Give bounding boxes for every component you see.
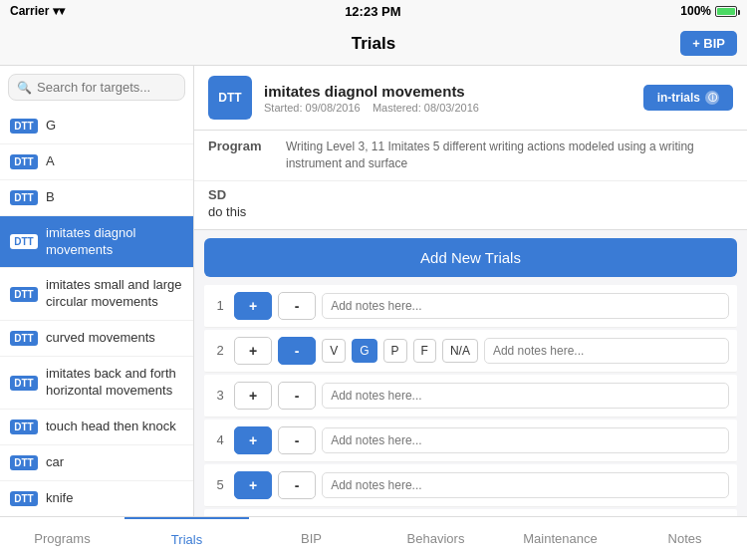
sd-text: do this — [208, 204, 733, 219]
dtt-badge-5: DTT — [10, 331, 38, 346]
in-trials-badge[interactable]: in-trials ⓘ — [643, 85, 733, 111]
program-row: Program Writing Level 3, 11 Imitates 5 d… — [194, 131, 747, 181]
prompt-btn-1-N/A[interactable]: N/A — [442, 339, 478, 363]
dtt-badge-6: DTT — [10, 376, 38, 391]
search-box[interactable]: 🔍 — [8, 74, 185, 101]
dtt-badge-3: DTT — [10, 234, 38, 249]
sidebar-item-label-1: A — [46, 153, 55, 170]
dtt-badge-7: DTT — [10, 420, 38, 434]
minus-btn-1[interactable]: - — [278, 337, 316, 365]
carrier-label: Carrier — [10, 4, 49, 18]
minus-btn-3[interactable]: - — [278, 426, 316, 454]
target-dates: Started: 09/08/2016 Mastered: 08/03/2016 — [264, 102, 631, 114]
sidebar-item-label-5: curved movements — [46, 330, 155, 347]
trial-row-4: 5+- — [204, 464, 737, 507]
wifi-icon: ▾▾ — [53, 4, 65, 18]
dtt-badge-4: DTT — [10, 287, 38, 302]
notes-input-0[interactable] — [322, 293, 729, 319]
trial-row-0: 1+- — [204, 285, 737, 328]
started-date: Started: 09/08/2016 — [264, 102, 361, 114]
sidebar: 🔍 DTT G DTT A DTT B DTT imitates diagnol… — [0, 66, 194, 516]
bip-button[interactable]: + BIP — [680, 31, 737, 56]
mastered-date: Mastered: 08/03/2016 — [373, 102, 479, 114]
dtt-badge-1: DTT — [10, 154, 38, 169]
sidebar-item-8[interactable]: DTT car — [0, 445, 193, 481]
sidebar-item-label-4: imitates small and large circular moveme… — [46, 277, 183, 311]
target-icon: DTT — [208, 76, 252, 120]
sidebar-item-7[interactable]: DTT touch head then knock — [0, 410, 193, 445]
plus-btn-0[interactable]: + — [234, 292, 272, 320]
sd-label: SD — [208, 187, 733, 202]
target-name: imitates diagnol movements — [264, 83, 631, 100]
sidebar-item-0[interactable]: DTT G — [0, 109, 193, 144]
main-layout: 🔍 DTT G DTT A DTT B DTT imitates diagnol… — [0, 66, 747, 516]
sidebar-item-label-2: B — [46, 189, 55, 206]
notes-input-1[interactable] — [484, 338, 729, 364]
add-new-trials-button[interactable]: Add New Trials — [204, 238, 737, 277]
tab-programs[interactable]: Programs — [0, 517, 124, 560]
prompt-btn-1-G[interactable]: G — [352, 339, 376, 363]
notes-input-3[interactable] — [322, 427, 729, 453]
sidebar-item-label-3: imitates diagnol movements — [46, 225, 183, 259]
sidebar-item-6[interactable]: DTT imitates back and forth horizontal m… — [0, 357, 193, 410]
sidebar-item-9[interactable]: DTT knife — [0, 481, 193, 516]
trial-number-3: 4 — [212, 432, 228, 447]
search-icon: 🔍 — [17, 81, 32, 95]
sidebar-item-5[interactable]: DTT curved movements — [0, 321, 193, 357]
prompt-btn-1-F[interactable]: F — [413, 339, 436, 363]
notes-input-4[interactable] — [322, 472, 729, 498]
dtt-badge-8: DTT — [10, 455, 38, 470]
notes-input-2[interactable] — [322, 383, 729, 409]
program-label: Program — [208, 139, 278, 153]
target-info: imitates diagnol movements Started: 09/0… — [264, 83, 631, 114]
tab-bar: ProgramsTrialsBIPBehaviorsMaintenanceNot… — [0, 516, 747, 560]
sidebar-list: DTT G DTT A DTT B DTT imitates diagnol m… — [0, 109, 193, 516]
program-text: Writing Level 3, 11 Imitates 5 different… — [286, 139, 733, 172]
prompt-btn-1-V[interactable]: V — [322, 339, 346, 363]
tab-maintenance[interactable]: Maintenance — [498, 517, 622, 560]
sidebar-item-label-7: touch head then knock — [46, 419, 176, 435]
trials-list: 1+-2+-VGPFN/A3+-4+-5+-6+-VGPFN/A — [194, 285, 747, 516]
trial-row-1: 2+-VGPFN/A — [204, 330, 737, 373]
dtt-badge-2: DTT — [10, 190, 38, 205]
minus-btn-2[interactable]: - — [278, 382, 316, 410]
trial-number-0: 1 — [212, 298, 228, 313]
trial-number-1: 2 — [212, 343, 228, 358]
search-input[interactable] — [37, 80, 204, 95]
info-icon: ⓘ — [705, 91, 719, 105]
tab-notes[interactable]: Notes — [622, 517, 747, 560]
sidebar-item-label-8: car — [46, 454, 64, 471]
plus-btn-4[interactable]: + — [234, 471, 272, 499]
sidebar-item-4[interactable]: DTT imitates small and large circular mo… — [0, 268, 193, 321]
plus-btn-3[interactable]: + — [234, 426, 272, 454]
plus-btn-2[interactable]: + — [234, 382, 272, 410]
trial-row-2: 3+- — [204, 375, 737, 418]
status-bar: Carrier ▾▾ 12:23 PM 100% — [0, 0, 747, 22]
app-header: Trials + BIP — [0, 22, 747, 66]
tab-trials[interactable]: Trials — [124, 517, 249, 560]
battery-percent: 100% — [680, 4, 711, 18]
prompt-btn-1-P[interactable]: P — [383, 339, 407, 363]
target-header: DTT imitates diagnol movements Started: … — [194, 66, 747, 131]
sidebar-item-1[interactable]: DTT A — [0, 144, 193, 180]
minus-btn-4[interactable]: - — [278, 471, 316, 499]
page-title: Trials — [352, 34, 395, 54]
sd-row: SD do this — [194, 181, 747, 230]
minus-btn-0[interactable]: - — [278, 292, 316, 320]
battery-icon — [715, 6, 737, 17]
tab-bip[interactable]: BIP — [249, 517, 374, 560]
in-trials-label: in-trials — [657, 91, 700, 105]
sidebar-item-label-0: G — [46, 118, 56, 135]
plus-btn-1[interactable]: + — [234, 337, 272, 365]
status-time: 12:23 PM — [345, 4, 400, 19]
trial-number-2: 3 — [212, 388, 228, 403]
trial-number-4: 5 — [212, 477, 228, 492]
sidebar-item-label-6: imitates back and forth horizontal movem… — [46, 366, 183, 400]
trial-row-5: 6+-VGPFN/A — [204, 509, 737, 516]
status-right: 100% — [680, 4, 737, 18]
trial-row-3: 4+- — [204, 420, 737, 462]
tab-behaviors[interactable]: Behaviors — [374, 517, 498, 560]
sidebar-item-3[interactable]: DTT imitates diagnol movements — [0, 216, 193, 269]
sidebar-item-2[interactable]: DTT B — [0, 180, 193, 216]
dtt-badge-9: DTT — [10, 491, 38, 506]
